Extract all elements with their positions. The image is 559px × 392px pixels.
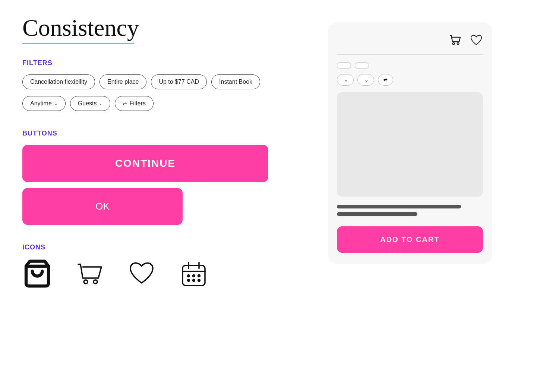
- icons-row: [22, 259, 306, 289]
- cart-icon: [22, 259, 52, 289]
- filter-price[interactable]: Up to $77 CAD: [151, 74, 207, 89]
- phone-text-line-title: [337, 205, 461, 208]
- phone-pill-guests[interactable]: ⌄: [357, 74, 374, 86]
- phone-pill-1[interactable]: [337, 62, 351, 69]
- ok-button[interactable]: OK: [22, 188, 183, 225]
- phone-filter-row2: ⌄ ⌄ ⇌: [337, 74, 483, 86]
- left-panel: Consistency FILTERS Cancellation flexibi…: [22, 15, 306, 377]
- filter-instant-book[interactable]: Instant Book: [211, 74, 260, 89]
- svg-point-12: [198, 279, 200, 281]
- svg-point-11: [193, 279, 195, 281]
- guests-label: Guests: [78, 100, 97, 107]
- instant-book-label: Instant Book: [219, 79, 252, 85]
- svg-point-13: [453, 43, 455, 45]
- svg-point-2: [94, 280, 97, 284]
- continue-button[interactable]: CONTINUE: [22, 145, 268, 182]
- page-title: Consistency: [22, 15, 306, 41]
- phone-text-line-subtitle: [337, 212, 417, 216]
- filter-guests[interactable]: Guests ⌄: [70, 96, 111, 111]
- svg-point-9: [198, 275, 200, 277]
- phone-header: [337, 34, 483, 55]
- phone-heart-icon: [470, 34, 483, 47]
- phone-filter-icon: ⇌: [383, 77, 388, 83]
- price-label: Up to $77 CAD: [159, 79, 199, 85]
- filters-label: FILTERS: [22, 59, 306, 67]
- guests-chevron-icon: ⌄: [99, 101, 102, 106]
- filter-filters[interactable]: ⇌ Filters: [115, 96, 154, 111]
- svg-point-14: [457, 43, 459, 45]
- filters-section: FILTERS Cancellation flexibility Entire …: [22, 59, 306, 111]
- phone-pill-2[interactable]: [355, 62, 369, 69]
- phone-pill-filters[interactable]: ⇌: [378, 74, 393, 86]
- phone-chevron2-icon: ⌄: [364, 77, 369, 83]
- phone-image-placeholder: [337, 92, 483, 197]
- filter-pills-row1: Cancellation flexibility Entire place Up…: [22, 74, 306, 89]
- heart-icon: [127, 259, 157, 289]
- buttons-section: BUTTONS CONTINUE OK: [22, 130, 306, 225]
- phone-mockup: ⌄ ⌄ ⇌ ADD TO CART: [328, 22, 492, 264]
- phone-chevron-icon: ⌄: [344, 77, 348, 83]
- filter-sliders-icon: ⇌: [123, 101, 127, 106]
- phone-pill-anytime[interactable]: ⌄: [337, 74, 354, 86]
- icons-section: ICONS: [22, 243, 306, 289]
- buttons-label: BUTTONS: [22, 130, 306, 137]
- add-to-cart-button[interactable]: ADD TO CART: [337, 226, 483, 253]
- anytime-chevron-icon: ⌄: [54, 101, 58, 106]
- svg-point-10: [187, 279, 190, 281]
- filter-anytime[interactable]: Anytime ⌄: [22, 96, 66, 111]
- filter-cancellation[interactable]: Cancellation flexibility: [22, 74, 95, 89]
- cart-icon-alt: [75, 259, 104, 289]
- svg-point-7: [187, 275, 190, 277]
- svg-point-8: [193, 275, 195, 277]
- filter-pills-row2: Anytime ⌄ Guests ⌄ ⇌ Filters: [22, 96, 306, 111]
- icons-label: ICONS: [22, 243, 306, 251]
- title-underline: [22, 43, 134, 44]
- entire-place-label: Entire place: [107, 79, 139, 85]
- anytime-label: Anytime: [30, 100, 52, 107]
- cancellation-label: Cancellation flexibility: [30, 79, 87, 85]
- svg-point-1: [84, 280, 88, 284]
- phone-cart-icon: [449, 34, 462, 47]
- calendar-icon: [179, 259, 209, 289]
- filters-label-text: Filters: [129, 100, 146, 107]
- filter-entire-place[interactable]: Entire place: [100, 74, 147, 89]
- phone-filter-row1: [337, 62, 483, 69]
